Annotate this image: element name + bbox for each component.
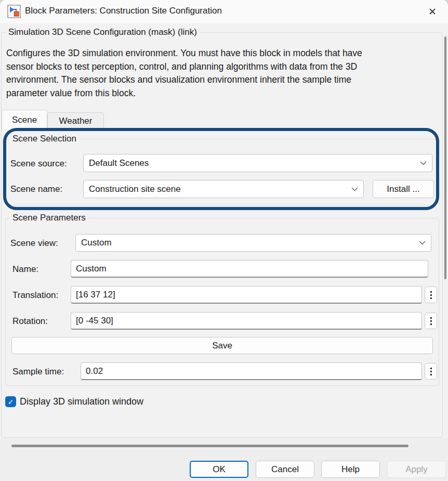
chevron-down-icon — [351, 187, 358, 191]
sample-time-options-button[interactable] — [425, 363, 437, 380]
scene-parameters-legend: Scene Parameters — [10, 213, 88, 223]
check-icon: ✓ — [8, 398, 14, 406]
vertical-scrollbar-thumb[interactable] — [444, 36, 446, 279]
scene-view-dropdown[interactable]: Custom — [75, 234, 431, 252]
sample-time-input[interactable] — [81, 362, 422, 380]
scene-source-label: Scene source: — [10, 159, 67, 169]
sample-time-label: Sample time: — [12, 367, 64, 377]
save-button[interactable]: Save — [11, 337, 433, 354]
rotation-input[interactable] — [71, 312, 422, 330]
horizontal-scrollbar-thumb[interactable] — [11, 445, 409, 447]
kebab-icon — [430, 291, 432, 299]
block-parameters-dialog: Block Parameters: Construction Site Conf… — [0, 0, 448, 481]
kebab-icon — [430, 368, 432, 375]
name-label: Name: — [12, 264, 38, 275]
scene-name-label: Scene name: — [10, 184, 62, 194]
scene-source-dropdown[interactable]: Default Scenes — [83, 154, 432, 172]
block-description: Configures the 3D simulation environment… — [6, 47, 432, 100]
scene-selection-legend: Scene Selection — [10, 134, 79, 144]
close-icon[interactable]: ✕ — [421, 1, 444, 22]
scene-name-dropdown[interactable]: Construction site scene — [83, 180, 364, 198]
cancel-button[interactable]: Cancel — [256, 461, 314, 478]
chevron-down-icon — [419, 241, 426, 245]
name-input[interactable] — [71, 260, 428, 278]
display-3d-window-label: Display 3D simulation window — [20, 396, 143, 407]
title-bar: Block Parameters: Construction Site Conf… — [0, 0, 448, 23]
apply-button: Apply — [387, 461, 446, 478]
rotation-options-button[interactable] — [425, 313, 437, 329]
help-button[interactable]: Help — [321, 461, 380, 478]
translation-options-button[interactable] — [425, 287, 437, 303]
translation-input[interactable] — [71, 286, 422, 304]
rotation-label: Rotation: — [12, 316, 48, 327]
display-3d-window-checkbox[interactable]: ✓ — [5, 396, 16, 407]
ok-button[interactable]: OK — [190, 461, 248, 478]
window-title: Block Parameters: Construction Site Conf… — [25, 6, 222, 16]
kebab-icon — [430, 317, 432, 325]
install-button[interactable]: Install ... — [373, 180, 434, 198]
chevron-down-icon — [420, 161, 427, 165]
translation-label: Translation: — [12, 290, 58, 301]
simulink-block-icon — [7, 5, 21, 18]
tab-scene[interactable]: Scene — [2, 110, 47, 129]
tab-weather[interactable]: Weather — [47, 112, 104, 129]
mask-group-legend: Simulation 3D Scene Configuration (mask)… — [6, 27, 200, 37]
scene-view-label: Scene view: — [10, 238, 58, 249]
